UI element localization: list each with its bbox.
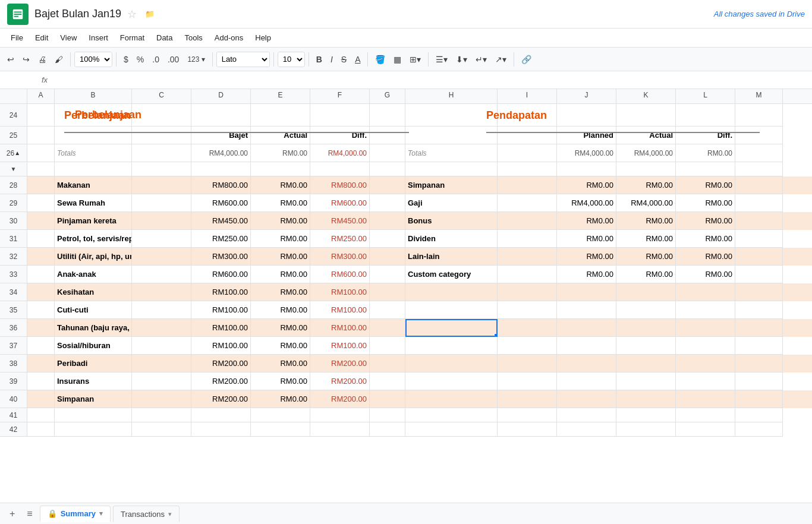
cell-30k[interactable]: RM0.00 xyxy=(616,212,676,230)
star-icon[interactable]: ☆ xyxy=(127,8,137,21)
cell-41g[interactable] xyxy=(370,408,405,422)
col-header-b[interactable]: B xyxy=(55,89,132,103)
cell-24h[interactable] xyxy=(405,104,498,127)
cell-28a[interactable] xyxy=(27,176,55,194)
cell-29a[interactable] xyxy=(27,194,55,212)
tab-summary[interactable]: 🔒 Summary ▾ xyxy=(40,506,111,522)
cell-30i[interactable] xyxy=(498,212,557,230)
cell-40l[interactable] xyxy=(676,390,735,408)
cell-30m[interactable] xyxy=(735,212,783,230)
cell-35h[interactable] xyxy=(405,301,498,319)
cell-28m[interactable] xyxy=(735,176,783,194)
cell-26j-planned[interactable]: RM4,000.00 xyxy=(557,144,616,162)
cell-26i[interactable] xyxy=(498,144,557,162)
cell-41i[interactable] xyxy=(498,408,557,422)
cell-32a[interactable] xyxy=(27,248,55,266)
cell-31l[interactable]: RM0.00 xyxy=(676,230,735,248)
cell-33k[interactable]: RM0.00 xyxy=(616,266,676,283)
cell-35g[interactable] xyxy=(370,301,405,319)
cell-24m[interactable] xyxy=(735,104,783,127)
cell-42b[interactable] xyxy=(55,422,132,437)
cell-41k[interactable] xyxy=(616,408,676,422)
cell-40g[interactable] xyxy=(370,390,405,408)
cell-32j[interactable]: RM0.00 xyxy=(557,248,616,266)
add-sheet-button[interactable]: + xyxy=(5,506,20,522)
cell-24g[interactable] xyxy=(370,104,405,127)
cell-29f[interactable]: RM600.00 xyxy=(310,194,370,212)
cell-34b[interactable]: Kesihatan xyxy=(55,283,132,301)
cell-32l[interactable]: RM0.00 xyxy=(676,248,735,266)
cell-24k[interactable] xyxy=(616,104,676,127)
cell-29b[interactable]: Sewa Rumah xyxy=(55,194,132,212)
cell-25d-bajet[interactable]: Bajet xyxy=(191,127,251,144)
cell-42j[interactable] xyxy=(557,422,616,437)
cell-33a[interactable] xyxy=(27,266,55,283)
cell-37h[interactable] xyxy=(405,337,498,355)
menu-view[interactable]: View xyxy=(54,31,83,45)
row-num-31[interactable]: 31 xyxy=(0,230,27,248)
row-num-34[interactable]: 34 xyxy=(0,283,27,301)
cell-25a[interactable] xyxy=(27,127,55,144)
cell-25g[interactable] xyxy=(370,127,405,144)
cell-29m[interactable] xyxy=(735,194,783,212)
col-header-e[interactable]: E xyxy=(251,89,310,103)
tab-summary-arrow[interactable]: ▾ xyxy=(99,510,103,517)
cell-41h[interactable] xyxy=(405,408,498,422)
row-num-38[interactable]: 38 xyxy=(0,355,27,373)
col-header-h[interactable]: H xyxy=(405,89,498,103)
col-header-c[interactable]: C xyxy=(132,89,191,103)
bold-button[interactable]: B xyxy=(313,52,326,67)
cell-37d[interactable]: RM100.00 xyxy=(191,337,251,355)
cell-36c[interactable] xyxy=(132,319,191,337)
cell-26d-bajet[interactable]: RM4,000.00 xyxy=(191,144,251,162)
cell-37e[interactable]: RM0.00 xyxy=(251,337,310,355)
cell-30g[interactable] xyxy=(370,212,405,230)
cell-27i[interactable] xyxy=(498,162,557,176)
cell-37c[interactable] xyxy=(132,337,191,355)
cell-40i[interactable] xyxy=(498,390,557,408)
cell-39i[interactable] xyxy=(498,373,557,390)
cell-39j[interactable] xyxy=(557,373,616,390)
cell-26h-totals[interactable]: Totals xyxy=(405,144,498,162)
cell-42m[interactable] xyxy=(735,422,783,437)
cell-35d[interactable]: RM100.00 xyxy=(191,301,251,319)
cell-40b[interactable]: Simpanan xyxy=(55,390,132,408)
valign-button[interactable]: ⬇▾ xyxy=(452,52,471,67)
cell-38k[interactable] xyxy=(616,355,676,373)
cell-39c[interactable] xyxy=(132,373,191,390)
cell-25i[interactable] xyxy=(498,127,557,144)
cell-28i[interactable] xyxy=(498,176,557,194)
cell-30h[interactable]: Bonus xyxy=(405,212,498,230)
cell-36f[interactable]: RM100.00 xyxy=(310,319,370,337)
cell-34h[interactable] xyxy=(405,283,498,301)
cell-33h[interactable]: Custom category xyxy=(405,266,498,283)
cell-38e[interactable]: RM0.00 xyxy=(251,355,310,373)
cell-35i[interactable] xyxy=(498,301,557,319)
cell-42c[interactable] xyxy=(132,422,191,437)
cell-24l[interactable] xyxy=(676,104,735,127)
print-button[interactable]: 🖨 xyxy=(34,52,50,67)
cell-37k[interactable] xyxy=(616,337,676,355)
cell-38g[interactable] xyxy=(370,355,405,373)
cell-31a[interactable] xyxy=(27,230,55,248)
format-type-button[interactable]: 123 ▾ xyxy=(184,53,208,66)
text-rotate-button[interactable]: ↗▾ xyxy=(492,52,510,67)
col-header-a[interactable]: A xyxy=(27,89,55,103)
row-num-42[interactable]: 42 xyxy=(0,422,27,437)
tab-transactions[interactable]: Transactions ▾ xyxy=(113,506,180,522)
folder-icon[interactable]: 📁 xyxy=(145,10,155,18)
cell-37b[interactable]: Sosial/hiburan xyxy=(55,337,132,355)
cell-33m[interactable] xyxy=(735,266,783,283)
cell-37i[interactable] xyxy=(498,337,557,355)
cell-36d[interactable]: RM100.00 xyxy=(191,319,251,337)
cell-41d[interactable] xyxy=(191,408,251,422)
merge-button[interactable]: ⊞▾ xyxy=(406,52,424,67)
cell-31f[interactable]: RM250.00 xyxy=(310,230,370,248)
cell-37j[interactable] xyxy=(557,337,616,355)
cell-30a[interactable] xyxy=(27,212,55,230)
cell-42a[interactable] xyxy=(27,422,55,437)
col-header-m[interactable]: M xyxy=(735,89,783,103)
cell-27k[interactable] xyxy=(616,162,676,176)
cell-31d[interactable]: RM250.00 xyxy=(191,230,251,248)
cell-26c[interactable] xyxy=(132,144,191,162)
